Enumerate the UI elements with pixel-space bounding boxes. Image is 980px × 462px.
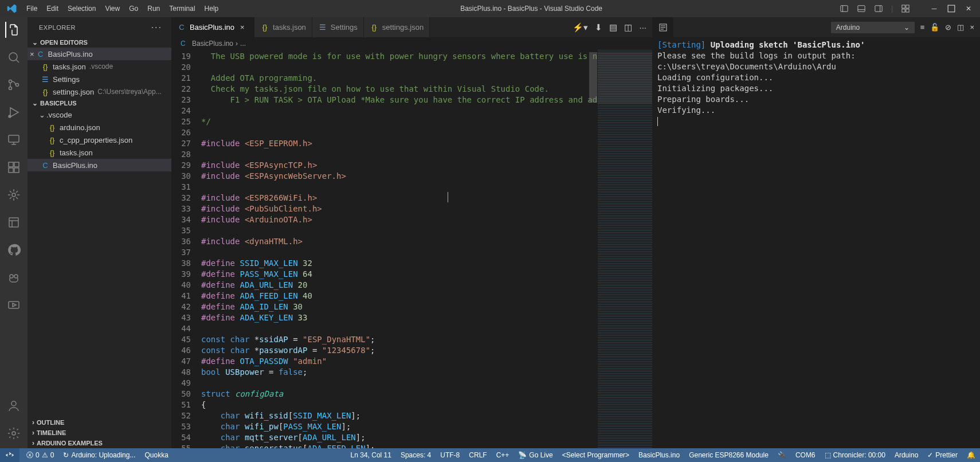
svg-point-34 bbox=[12, 432, 15, 435]
file-item[interactable]: {} tasks.json bbox=[28, 146, 171, 159]
scrollbar[interactable] bbox=[589, 50, 597, 448]
outline-header[interactable]: ›OUTLINE bbox=[28, 417, 171, 428]
gitlens-icon[interactable] bbox=[6, 187, 22, 203]
menu-file[interactable]: File bbox=[22, 2, 42, 15]
run-debug-icon[interactable] bbox=[6, 104, 22, 120]
golive-status[interactable]: 📡Go Live bbox=[513, 448, 557, 462]
code-content[interactable]: The USB powered mode is for use with pow… bbox=[201, 50, 598, 448]
title-bar: File Edit Selection View Go Run Terminal… bbox=[0, 0, 980, 17]
minimap[interactable] bbox=[598, 50, 652, 448]
layout-bottom-icon[interactable] bbox=[857, 4, 866, 13]
open-editor-item[interactable]: {} settings.json C:\Users\treya\App... bbox=[28, 85, 171, 98]
file-item[interactable]: C BasicPlus.ino bbox=[28, 159, 171, 171]
quokka-status[interactable]: Quokka bbox=[140, 448, 173, 462]
svg-point-33 bbox=[11, 401, 16, 406]
file-item[interactable]: {} arduino.json bbox=[28, 121, 171, 134]
extensions-icon[interactable] bbox=[6, 159, 22, 175]
menu-help[interactable]: Help bbox=[200, 2, 224, 15]
sketch-status[interactable]: BasicPlus.ino bbox=[634, 448, 684, 462]
svg-rect-8 bbox=[902, 9, 905, 12]
open-editor-item[interactable]: ☰ Settings bbox=[28, 73, 171, 85]
spaces-status[interactable]: Spaces: 4 bbox=[396, 448, 436, 462]
svg-point-17 bbox=[9, 115, 11, 118]
open-editors-header[interactable]: ⌄ OPEN EDITORS bbox=[28, 37, 171, 48]
eol-status[interactable]: CRLF bbox=[464, 448, 491, 462]
tab-settings[interactable]: ☰ Settings bbox=[312, 17, 364, 37]
account-icon[interactable] bbox=[6, 398, 22, 414]
liveshare-icon[interactable] bbox=[6, 297, 22, 313]
menu-run[interactable]: Run bbox=[143, 2, 164, 15]
breadcrumb[interactable]: C BasicPlus.ino › ... bbox=[171, 37, 652, 50]
split-icon[interactable]: ◫ bbox=[957, 23, 964, 32]
tab-tasks[interactable]: {} tasks.json bbox=[254, 17, 312, 37]
layout-left-icon[interactable] bbox=[840, 4, 849, 13]
arduino-upload-icon[interactable]: ⬇ bbox=[595, 22, 602, 33]
more-actions-icon[interactable]: ··· bbox=[639, 22, 646, 33]
search-icon[interactable] bbox=[6, 49, 22, 65]
remote-icon[interactable] bbox=[0, 448, 19, 462]
output-tab-icon[interactable] bbox=[653, 17, 673, 37]
menu-go[interactable]: Go bbox=[124, 2, 143, 15]
github-icon[interactable] bbox=[6, 242, 22, 258]
menu-selection[interactable]: Selection bbox=[63, 2, 100, 15]
output-channel-select[interactable]: Arduino ⌄ bbox=[831, 22, 915, 33]
lock-icon[interactable]: 🔓 bbox=[930, 23, 939, 32]
problems-status[interactable]: ⓧ0 ⚠0 bbox=[22, 448, 58, 462]
explorer-more-icon[interactable]: ··· bbox=[151, 22, 162, 33]
menu-terminal[interactable]: Terminal bbox=[164, 2, 199, 15]
language-status[interactable]: C++ bbox=[492, 448, 514, 462]
chevron-down-icon: ⌄ bbox=[32, 38, 38, 46]
arduino-examples-header[interactable]: ›ARDUINO EXAMPLES bbox=[28, 438, 171, 448]
arduino-mode[interactable]: Arduino bbox=[890, 448, 923, 462]
cursor-position[interactable]: Ln 34, Col 11 bbox=[346, 448, 396, 462]
folder-item[interactable]: ⌄ .vscode bbox=[28, 108, 171, 121]
close-icon[interactable]: × bbox=[30, 50, 34, 58]
activity-bar bbox=[0, 17, 28, 448]
programmer-status[interactable]: <Select Programmer> bbox=[558, 448, 634, 462]
menu-edit[interactable]: Edit bbox=[42, 2, 63, 15]
timeline-header[interactable]: ›TIMELINE bbox=[28, 428, 171, 438]
settings-icon[interactable] bbox=[6, 425, 22, 441]
plug-icon[interactable]: 🔌 bbox=[773, 448, 791, 462]
project-icon[interactable] bbox=[6, 214, 22, 230]
json-icon: {} bbox=[40, 88, 50, 96]
compare-icon[interactable]: ▤ bbox=[609, 22, 617, 33]
open-editor-item[interactable]: {} tasks.json .vscode bbox=[28, 60, 171, 73]
clear-icon[interactable]: ⊘ bbox=[945, 23, 951, 32]
notifications-icon[interactable]: 🔔 bbox=[962, 448, 980, 462]
tab-basicplus[interactable]: C BasicPlus.ino × bbox=[171, 17, 254, 37]
filter-icon[interactable]: ≡ bbox=[920, 23, 925, 32]
close-panel-icon[interactable]: × bbox=[970, 23, 974, 32]
arduino-verify-icon[interactable]: ⚡▾ bbox=[573, 22, 588, 33]
file-item[interactable]: {} c_cpp_properties.json bbox=[28, 134, 171, 146]
source-control-icon[interactable] bbox=[6, 77, 22, 93]
close-icon[interactable]: ✕ bbox=[964, 4, 973, 13]
tab-settings-json[interactable]: {} settings.json bbox=[364, 17, 430, 37]
remote-explorer-icon[interactable] bbox=[6, 132, 22, 148]
port-status[interactable]: COM6 bbox=[791, 448, 820, 462]
open-editor-item[interactable]: × C BasicPlus.ino bbox=[28, 48, 171, 60]
chronicler-status[interactable]: ⬚Chronicler: 00:00 bbox=[820, 448, 890, 462]
workspace-header[interactable]: ⌄ BASICPLUS bbox=[28, 98, 171, 108]
svg-rect-31 bbox=[9, 302, 19, 308]
svg-point-14 bbox=[9, 87, 12, 90]
vscode-icon bbox=[7, 3, 17, 14]
board-status[interactable]: Generic ESP8266 Module bbox=[684, 448, 773, 462]
encoding-status[interactable]: UTF-8 bbox=[436, 448, 464, 462]
arduino-status[interactable]: ↻Arduino: Uploading... bbox=[58, 448, 140, 462]
copilot-icon[interactable] bbox=[6, 269, 22, 285]
minimize-icon[interactable]: ─ bbox=[930, 4, 939, 13]
svg-rect-0 bbox=[841, 6, 848, 12]
explorer-icon[interactable] bbox=[5, 22, 21, 38]
layout-right-icon[interactable] bbox=[874, 4, 883, 13]
close-icon[interactable]: × bbox=[240, 23, 248, 32]
svg-marker-32 bbox=[13, 303, 16, 307]
maximize-icon[interactable] bbox=[947, 4, 956, 13]
menu-view[interactable]: View bbox=[100, 2, 124, 15]
code-editor[interactable]: 19 20 21 22 23 24 25 26 27 28 29 30 31 3… bbox=[171, 50, 652, 448]
prettier-status[interactable]: ✓Prettier bbox=[923, 448, 962, 462]
output-content[interactable]: [Starting] Uploading sketch 'BasicPlus.i… bbox=[653, 37, 980, 448]
split-editor-icon[interactable]: ◫ bbox=[624, 22, 632, 33]
layout-custom-icon[interactable] bbox=[901, 4, 910, 13]
svg-rect-21 bbox=[9, 162, 13, 167]
